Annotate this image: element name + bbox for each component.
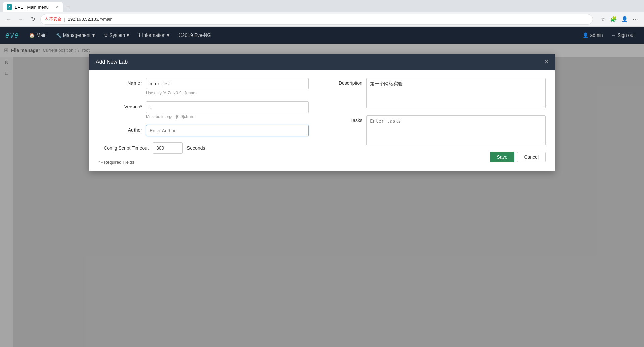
signout-label: Sign out bbox=[618, 32, 635, 38]
modal-header: Add New Lab × bbox=[89, 54, 555, 70]
tab-favicon: e bbox=[7, 4, 12, 10]
tab-bar: e EVE | Main menu ✕ + bbox=[0, 0, 644, 12]
description-textarea[interactable]: 第一个网络实验 bbox=[366, 78, 546, 108]
active-tab[interactable]: e EVE | Main menu ✕ bbox=[3, 2, 63, 12]
app-container: eve 🏠 Main 🔧 Management ▾ ⚙ System ▾ ℹ I… bbox=[0, 27, 644, 347]
author-field bbox=[146, 125, 309, 136]
nav-management-label: Management bbox=[63, 32, 91, 38]
nav-system[interactable]: ⚙ System ▾ bbox=[99, 27, 134, 44]
nav-copyright: ©2019 Eve-NG bbox=[174, 27, 215, 44]
management-icon: 🔧 bbox=[56, 33, 61, 38]
browser-actions: ☆ 🧩 👤 ⋯ bbox=[598, 15, 640, 24]
modal-title: Add New Lab bbox=[96, 59, 128, 65]
navbar-brand: eve bbox=[5, 31, 19, 40]
right-column: Description 第一个网络实验 Tasks bbox=[329, 78, 546, 165]
required-note: * - Required Fields bbox=[98, 160, 309, 165]
tab-close-button[interactable]: ✕ bbox=[56, 5, 59, 9]
config-timeout-label: Config Script Timeout bbox=[98, 145, 149, 151]
name-form-group: Name* Use only [A-Za-z0-9_-]chars bbox=[98, 78, 309, 95]
nav-information[interactable]: ℹ Information ▾ bbox=[134, 27, 174, 44]
description-field: 第一个网络实验 bbox=[366, 78, 546, 109]
refresh-button[interactable]: ↻ bbox=[28, 15, 38, 24]
tasks-form-group: Tasks bbox=[329, 115, 546, 146]
user-icon: 👤 bbox=[583, 32, 588, 38]
modal-body: Name* Use only [A-Za-z0-9_-]chars bbox=[89, 70, 555, 171]
author-form-group: Author bbox=[98, 125, 309, 136]
information-dropdown-icon: ▾ bbox=[167, 32, 169, 38]
tab-title: EVE | Main menu bbox=[15, 5, 49, 10]
menu-button[interactable]: ⋯ bbox=[631, 15, 640, 24]
username-label: admin bbox=[590, 32, 603, 38]
author-input[interactable] bbox=[146, 125, 309, 136]
tasks-field bbox=[366, 115, 546, 146]
name-label: Name* bbox=[98, 78, 142, 86]
author-label: Author bbox=[98, 125, 142, 133]
version-label: Version* bbox=[98, 101, 142, 109]
nav-main[interactable]: 🏠 Main bbox=[24, 27, 51, 44]
home-icon: 🏠 bbox=[29, 33, 35, 38]
add-new-lab-modal: Add New Lab × Name* bbox=[89, 54, 555, 171]
navbar: eve 🏠 Main 🔧 Management ▾ ⚙ System ▾ ℹ I… bbox=[0, 27, 644, 44]
description-label: Description bbox=[329, 78, 362, 86]
url-display: 192.168.52.133/#/main bbox=[68, 17, 113, 22]
version-required-star: * bbox=[140, 104, 142, 109]
security-warning: ⚠ 不安全 bbox=[45, 16, 61, 22]
name-input[interactable] bbox=[146, 78, 309, 89]
nav-information-label: Information bbox=[142, 32, 165, 38]
address-bar[interactable]: ⚠ 不安全 | 192.168.52.133/#/main bbox=[40, 14, 593, 25]
extensions-button[interactable]: 🧩 bbox=[609, 15, 619, 24]
info-icon: ℹ bbox=[139, 33, 140, 38]
tasks-textarea[interactable] bbox=[366, 115, 546, 145]
form-grid: Name* Use only [A-Za-z0-9_-]chars bbox=[98, 78, 546, 165]
eve-logo: eve bbox=[5, 31, 19, 39]
browser-toolbar: ← → ↻ ⚠ 不安全 | 192.168.52.133/#/main ☆ 🧩 … bbox=[0, 12, 644, 27]
config-timeout-unit: Seconds bbox=[187, 145, 205, 151]
nav-management[interactable]: 🔧 Management ▾ bbox=[51, 27, 99, 44]
copyright-label: ©2019 Eve-NG bbox=[179, 32, 211, 38]
profile-button[interactable]: 👤 bbox=[620, 15, 629, 24]
version-form-group: Version* Must be interger [0-9]chars bbox=[98, 101, 309, 119]
modal-close-button[interactable]: × bbox=[545, 58, 548, 65]
version-hint: Must be interger [0-9]chars bbox=[146, 114, 309, 119]
name-field: Use only [A-Za-z0-9_-]chars bbox=[146, 78, 309, 95]
nav-right: 👤 admin → Sign out bbox=[579, 32, 639, 38]
name-hint: Use only [A-Za-z0-9_-]chars bbox=[146, 91, 309, 95]
modal-backdrop: Add New Lab × Name* bbox=[0, 44, 644, 347]
management-dropdown-icon: ▾ bbox=[92, 32, 95, 38]
back-button[interactable]: ← bbox=[4, 15, 13, 24]
modal-footer: Save Cancel bbox=[329, 152, 546, 162]
nav-system-label: System bbox=[110, 32, 125, 38]
version-field: Must be interger [0-9]chars bbox=[146, 101, 309, 119]
system-dropdown-icon: ▾ bbox=[127, 32, 129, 38]
name-required-star: * bbox=[140, 80, 142, 86]
page-content: ⊞ File manager Current position : / root… bbox=[0, 44, 644, 347]
signout-icon: → bbox=[611, 32, 616, 38]
forward-button[interactable]: → bbox=[16, 15, 25, 24]
nav-signout[interactable]: → Sign out bbox=[607, 32, 639, 38]
new-tab-button[interactable]: + bbox=[63, 2, 73, 12]
config-timeout-input[interactable] bbox=[153, 142, 183, 154]
config-timeout-row: Config Script Timeout Seconds bbox=[98, 142, 309, 154]
nav-main-label: Main bbox=[36, 32, 46, 38]
description-form-group: Description 第一个网络实验 bbox=[329, 78, 546, 109]
tasks-label: Tasks bbox=[329, 115, 362, 123]
nav-user: 👤 admin bbox=[579, 32, 607, 38]
bookmark-button[interactable]: ☆ bbox=[598, 15, 608, 24]
cancel-button[interactable]: Cancel bbox=[517, 152, 546, 162]
save-button[interactable]: Save bbox=[490, 152, 514, 162]
left-column: Name* Use only [A-Za-z0-9_-]chars bbox=[98, 78, 315, 165]
version-input[interactable] bbox=[146, 101, 309, 113]
system-icon: ⚙ bbox=[104, 33, 108, 38]
